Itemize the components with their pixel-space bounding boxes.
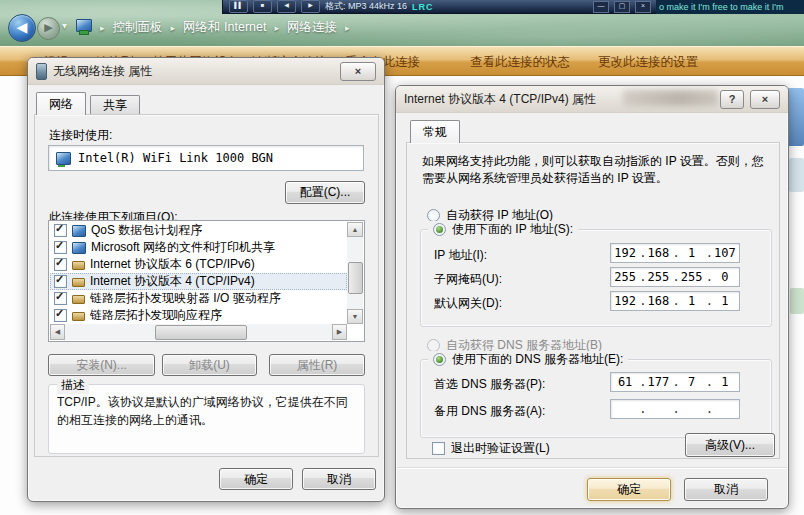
help-icon[interactable]: ? [720,90,744,109]
breadcrumb-item-control-panel[interactable]: 控制面板 [109,18,167,37]
blurred-overlay [623,90,718,106]
list-item[interactable]: Microsoft 网络的文件和打印机共享 [50,239,347,256]
dialog-titlebar[interactable]: 无线网络连接 属性 × [28,58,384,85]
uninstall-button[interactable]: 卸载(U) [162,354,257,376]
desktop-icon-sliver [789,158,804,192]
horizontal-scrollbar[interactable]: ◀ ▶ [50,324,347,340]
octet[interactable]: 255 [644,270,672,284]
radio-static-dns[interactable]: 使用下面的 DNS 服务器地址(E): [428,351,628,368]
list-item[interactable]: QoS 数据包计划程序 [50,222,347,239]
ip-address-field[interactable]: 1921681107 [610,243,740,263]
ok-button[interactable]: 确定 [587,478,671,501]
close-icon[interactable]: × [635,1,651,13]
ipv4-properties-dialog: Internet 协议版本 4 (TCP/IPv4) 属性 ? × 常规 如果网… [395,85,789,509]
checkbox-icon[interactable] [54,309,67,322]
octet[interactable]: 192 [611,294,639,308]
octet[interactable]: 1 [678,246,706,260]
scrollbar-thumb[interactable] [155,325,247,340]
list-item[interactable]: 链路层拓扑发现映射器 I/O 驱动程序 [50,290,347,307]
toolbar-item-view-status[interactable]: 查看此连接的状态 [470,54,570,71]
toolbar-item-change-settings[interactable]: 更改此连接的设置 [598,54,698,71]
octet[interactable]: 1 [711,294,739,308]
octet[interactable]: 1 [711,375,739,389]
configure-button[interactable]: 配置(C)... [285,181,365,204]
forward-button[interactable]: ▶ [37,17,60,40]
checkbox-unchecked-icon[interactable] [432,442,445,455]
cancel-button[interactable]: 取消 [684,478,768,501]
breadcrumb-item-network-internet[interactable]: 网络和 Internet [179,18,270,37]
adapter-field[interactable]: Intel(R) WiFi Link 1000 BGN [48,145,364,171]
validate-settings-checkbox[interactable]: 退出时验证设置(L) [432,440,550,457]
dialog-titlebar[interactable]: Internet 协议版本 4 (TCP/IPv4) 属性 ? × [396,86,788,113]
restore-icon[interactable]: ▢ [614,1,630,13]
breadcrumb-item-network-connections[interactable]: 网络连接 [283,18,341,37]
scroll-right-icon[interactable]: ▶ [332,324,347,340]
divider [397,467,787,469]
adapter-name: Intel(R) WiFi Link 1000 BGN [78,151,273,165]
general-tab-panel: 如果网络支持此功能，则可以获取自动指派的 IP 设置。否则，您需要从网络系统管理… [406,142,780,459]
breadcrumb-separator-icon[interactable] [272,23,281,33]
vertical-scrollbar[interactable]: ▲ ▼ [347,222,363,324]
properties-button[interactable]: 属性(R) [269,354,365,376]
list-item[interactable]: 链路层拓扑发现响应程序 [50,307,347,324]
network-folder-icon [76,19,92,32]
checkbox-icon[interactable] [54,224,67,237]
advanced-button[interactable]: 高级(V)... [685,433,775,457]
close-icon[interactable]: × [750,90,780,109]
lrc-button[interactable]: LRC [412,2,434,12]
radio-static-ip[interactable]: 使用下面的 IP 地址(S): [428,221,578,238]
octet[interactable]: 177 [644,375,672,389]
list-item[interactable]: Internet 协议版本 6 (TCP/IPv6) [50,256,347,273]
scroll-left-icon[interactable]: ◀ [50,324,65,340]
radio-selected-icon[interactable] [433,223,446,236]
alternate-dns-label: 备用 DNS 服务器(A): [434,403,545,420]
connection-items-list[interactable]: QoS 数据包计划程序 Microsoft 网络的文件和打印机共享 Intern… [48,220,365,342]
back-button[interactable]: ◀ [8,14,36,42]
list-item-label: Internet 协议版本 4 (TCP/IPv4) [90,273,255,290]
protocol-icon [72,278,85,287]
checkbox-icon[interactable] [54,292,67,305]
cancel-button[interactable]: 取消 [302,468,376,490]
network-adapter-icon [56,152,71,165]
octet[interactable]: 61 [611,375,639,389]
tab-general[interactable]: 常规 [410,120,460,143]
list-item-selected[interactable]: Internet 协议版本 4 (TCP/IPv4) [50,273,347,290]
octet[interactable]: 107 [711,246,739,260]
octet[interactable]: 7 [678,375,706,389]
default-gateway-field[interactable]: 19216811 [610,291,740,311]
tab-network[interactable]: 网络 [36,92,86,115]
scroll-up-icon[interactable]: ▲ [347,222,363,237]
radio-selected-icon[interactable] [433,353,446,366]
preferred-dns-label: 首选 DNS 服务器(P): [434,376,545,393]
octet[interactable]: 255 [678,270,706,284]
scrollbar-thumb[interactable] [348,262,363,294]
close-icon[interactable]: × [340,62,376,81]
breadcrumb-separator-icon[interactable] [169,23,178,33]
install-button[interactable]: 安装(N)... [48,354,155,376]
octet[interactable]: 1 [678,294,706,308]
scroll-down-icon[interactable]: ▼ [347,309,363,324]
tab-sharing[interactable]: 共享 [90,95,140,115]
connect-using-label: 连接时使用: [49,127,112,144]
subnet-mask-field[interactable]: 2552552550 [610,267,740,287]
octet[interactable]: 255 [611,270,639,284]
preferred-dns-field[interactable]: 6117771 [610,372,740,392]
checkbox-icon[interactable] [54,258,67,271]
minimize-icon[interactable]: — [593,1,609,13]
ok-button[interactable]: 确定 [219,468,293,490]
octet[interactable]: 0 [711,270,739,284]
network-tab-panel: 连接时使用: Intel(R) WiFi Link 1000 BGN 配置(C)… [34,114,379,457]
octet[interactable]: 168 [644,294,672,308]
dialog-title: 无线网络连接 属性 [53,63,152,80]
screen: ▌▌ ■ ◀ ▶ 格式: MP3 44kHz 16 LRC — ▢ × o ma… [0,0,804,515]
checkbox-icon[interactable] [54,241,67,254]
checkbox-icon[interactable] [54,275,67,288]
protocol-icon [72,312,85,321]
alternate-dns-field[interactable] [610,399,740,419]
breadcrumb-separator-icon[interactable] [343,23,352,33]
octet[interactable]: 168 [644,246,672,260]
octet[interactable]: 192 [611,246,639,260]
recent-pages-chevron-icon[interactable]: ▾ [62,20,67,31]
ip-address-label: IP 地址(I): [434,247,487,264]
dialog-title: Internet 协议版本 4 (TCP/IPv4) 属性 [404,91,596,108]
